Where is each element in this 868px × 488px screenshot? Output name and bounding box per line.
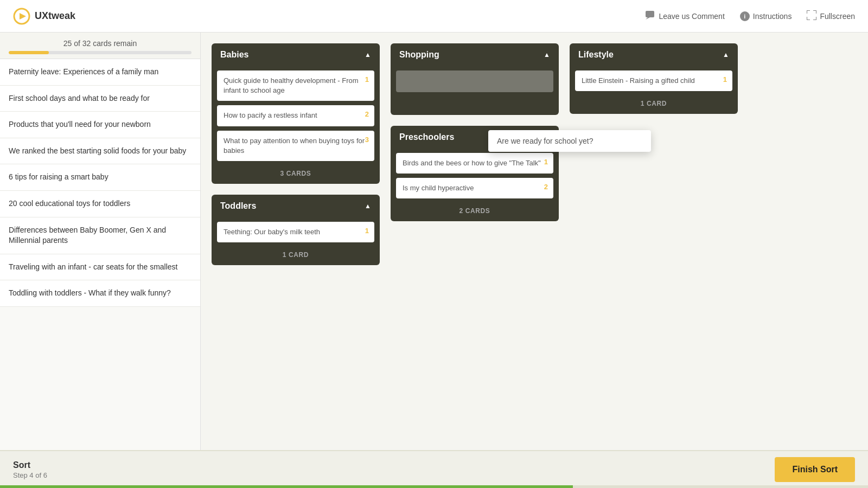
category-babies-header[interactable]: Babies ▲: [212, 43, 380, 66]
chevron-up-icon: ▲: [544, 51, 550, 59]
step-label: Step 4 of 6: [13, 471, 47, 479]
list-item[interactable]: Traveling with an infant - car seats for…: [0, 254, 200, 281]
header-actions: Leave us Comment i Instructions Fullscre…: [646, 10, 855, 22]
category-toddlers-footer: 1 CARD: [212, 247, 380, 265]
comment-icon: [646, 11, 655, 21]
fullscreen-label: Fullscreen: [820, 12, 855, 21]
list-item[interactable]: Toddling with toddlers - What if they wa…: [0, 280, 200, 307]
sort-card-empty: [396, 70, 553, 92]
sort-card[interactable]: Little Einstein - Raising a gifted child…: [575, 70, 732, 91]
footer-progress-fill: [0, 485, 573, 488]
category-toddlers-title: Toddlers: [220, 201, 256, 211]
category-shopping-title: Shopping: [399, 50, 439, 60]
logo-icon: [13, 8, 30, 25]
chevron-up-icon: ▲: [723, 51, 729, 59]
fullscreen-button[interactable]: Fullscreen: [807, 10, 855, 22]
chevron-up-icon: ▲: [544, 133, 550, 141]
category-toddlers-header[interactable]: Toddlers ▲: [212, 195, 380, 217]
svg-marker-3: [646, 17, 650, 20]
svg-marker-1: [20, 13, 26, 20]
sort-card[interactable]: Is my child hyperactive 2: [396, 178, 553, 198]
sort-card[interactable]: Teething: Our baby's milk teeth 1: [217, 222, 374, 242]
list-item[interactable]: Products that you'll need for your newbo…: [0, 112, 200, 138]
category-preschoolers-footer: 2 CARDS: [391, 203, 559, 221]
list-item[interactable]: Differences between Baby Boomer, Gen X a…: [0, 217, 200, 254]
card-list[interactable]: Paternity leave: Experiences of a family…: [0, 59, 200, 450]
footer-bar: Sort Step 4 of 6 Finish Sort: [0, 450, 868, 488]
cards-progress-bar: [9, 51, 192, 54]
category-lifestyle: Lifestyle ▲ Little Einstein - Raising a …: [570, 43, 738, 114]
footer-progress-bar: [0, 485, 868, 488]
cards-remain-section: 25 of 32 cards remain: [0, 33, 200, 59]
sort-card[interactable]: How to pacify a restless infant 2: [217, 105, 374, 126]
list-item[interactable]: We ranked the best starting solid foods …: [0, 138, 200, 165]
sort-label: Sort: [13, 460, 47, 470]
sort-card[interactable]: Birds and the bees or how to give "The T…: [396, 153, 553, 174]
chevron-up-icon: ▲: [365, 51, 371, 59]
sort-card[interactable]: Quick guide to healthy development - Fro…: [217, 70, 374, 101]
category-col-1: Babies ▲ Quick guide to healthy developm…: [212, 43, 380, 265]
list-item[interactable]: First school days and what to be ready f…: [0, 86, 200, 112]
instructions-button[interactable]: i Instructions: [740, 11, 792, 21]
footer-step: Sort Step 4 of 6: [13, 460, 47, 479]
category-toddlers: Toddlers ▲ Teething: Our baby's milk tee…: [212, 195, 380, 265]
category-lifestyle-body: Little Einstein - Raising a gifted child…: [570, 66, 738, 95]
sort-area: Babies ▲ Quick guide to healthy developm…: [201, 33, 868, 450]
category-shopping-header[interactable]: Shopping ▲: [391, 43, 559, 66]
category-col-3: Lifestyle ▲ Little Einstein - Raising a …: [570, 43, 738, 114]
list-item[interactable]: 6 tips for raising a smart baby: [0, 164, 200, 191]
leave-comment-label: Leave us Comment: [659, 12, 724, 21]
category-preschoolers: Preschoolers ▲ Birds and the bees or how…: [391, 126, 559, 221]
category-col-2: Shopping ▲ 0 CARDS Preschoolers ▲: [391, 43, 559, 221]
category-toddlers-body: Teething: Our baby's milk teeth 1: [212, 217, 380, 247]
category-preschoolers-body: Birds and the bees or how to give "The T…: [391, 149, 559, 203]
category-shopping: Shopping ▲ 0 CARDS: [391, 43, 559, 115]
sidebar: 25 of 32 cards remain Paternity leave: E…: [0, 33, 201, 450]
category-babies-body: Quick guide to healthy development - Fro…: [212, 66, 380, 165]
cards-remain-text: 25 of 32 cards remain: [63, 39, 137, 48]
main-layout: 25 of 32 cards remain Paternity leave: E…: [0, 33, 868, 450]
category-shopping-body: [391, 66, 559, 97]
expand-icon: [807, 10, 816, 22]
category-lifestyle-header[interactable]: Lifestyle ▲: [570, 43, 738, 66]
header: UXtweak Leave us Comment i Instructions …: [0, 0, 868, 33]
info-icon: i: [740, 11, 750, 21]
logo-text: UXtweak: [35, 10, 75, 22]
category-babies-footer: 3 CARDS: [212, 165, 380, 184]
list-item[interactable]: 20 cool educational toys for toddlers: [0, 191, 200, 217]
cards-progress-fill: [9, 51, 49, 54]
instructions-label: Instructions: [753, 12, 792, 21]
leave-comment-button[interactable]: Leave us Comment: [646, 11, 724, 21]
category-babies-title: Babies: [220, 50, 248, 60]
logo-area: UXtweak: [13, 8, 75, 25]
sort-card[interactable]: What to pay attention to when buying toy…: [217, 131, 374, 161]
category-lifestyle-footer: 1 CARD: [570, 95, 738, 114]
finish-sort-button[interactable]: Finish Sort: [775, 457, 855, 482]
category-babies: Babies ▲ Quick guide to healthy developm…: [212, 43, 380, 184]
chevron-up-icon: ▲: [365, 202, 371, 210]
categories-grid: Babies ▲ Quick guide to healthy developm…: [212, 43, 857, 265]
category-preschoolers-header[interactable]: Preschoolers ▲: [391, 126, 559, 149]
category-lifestyle-title: Lifestyle: [578, 50, 614, 60]
svg-rect-2: [646, 11, 654, 17]
list-item[interactable]: Paternity leave: Experiences of a family…: [0, 59, 200, 86]
category-preschoolers-title: Preschoolers: [399, 132, 454, 142]
